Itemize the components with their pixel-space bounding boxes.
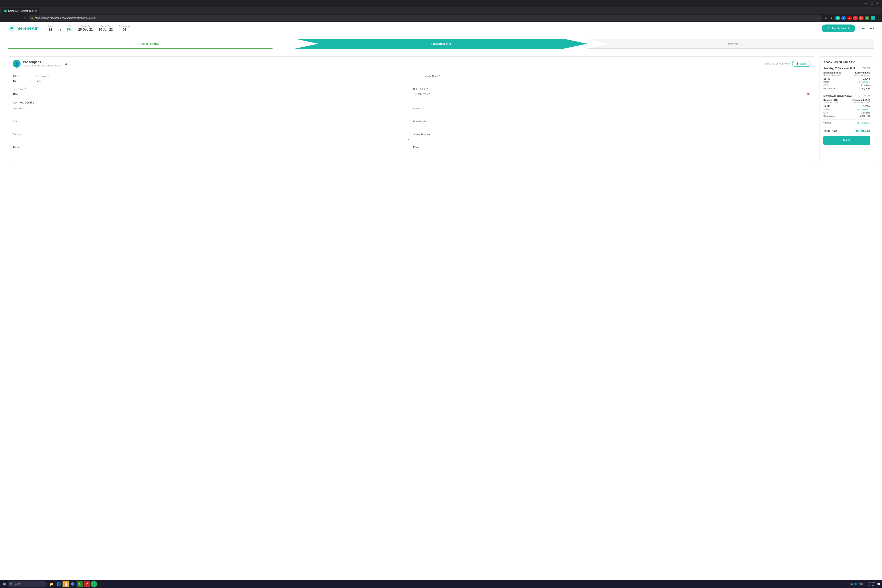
contact-section-title: Contact Details [13,101,810,104]
title-select[interactable]: Mr. Mrs. Ms. Dr. [13,78,32,84]
phone-label: Phone * [13,146,410,149]
city-label: City [13,120,410,123]
user-icon: 👤 [796,62,799,65]
flight1-fare-row: FARE Rs. 8,906 [824,81,870,83]
middle-name-input[interactable] [424,78,810,84]
passenger-info: Passenger 1 Please enter the passenger's… [23,60,61,67]
download-icon[interactable]: ⬇ [830,16,834,20]
search-icon: 🔍 [827,27,831,30]
flight2-baggage-row: BAGGAGE 20kg Free [824,115,870,117]
from-info: From ISB [47,25,53,32]
first-name-label: First Name * [36,75,422,78]
browser-titlebar: ─ □ ✕ [0,0,882,7]
pocket-icon[interactable]: 🛡 [824,16,828,20]
next-button[interactable]: Next [824,136,870,145]
divider1 [824,92,870,92]
email-input[interactable] [413,150,810,155]
back-button[interactable]: ← [2,15,8,21]
passenger-form-section: 👤 Passenger 1 Please enter the passenger… [8,57,815,163]
person-icon: 👤 [15,62,19,66]
step-passenger-info[interactable]: Passenger Info [295,39,587,49]
middle-name-label: Middle Name * [424,75,810,78]
modify-search-button[interactable]: 🔍 Modify Search [822,24,855,32]
flight1-to: Karachi (KHI) Jinnah Intl. Airport 14:45 [854,71,870,80]
passenger-avatar: 👤 [13,60,21,68]
tab-favicon: S [4,10,7,12]
state-label: State / Province [413,133,810,136]
divider2 [824,119,870,120]
state-group: State / Province [413,133,810,142]
site-header: SereneAir From ISB ⇄ To KHI Depart On 25… [0,22,882,35]
name-row: Title * Mr. Mrs. Ms. Dr. [13,75,810,84]
page-wrapper: SereneAir From ISB ⇄ To KHI Depart On 25… [0,22,882,580]
last-name-input[interactable] [13,92,410,97]
form-body: Title * Mr. Mrs. Ms. Dr. [8,71,815,163]
maximize-button[interactable]: □ [870,2,874,6]
tab-close-button[interactable]: ✕ [35,10,37,12]
window-controls: ─ □ ✕ [864,1,880,6]
extension-icon2[interactable]: ■ [847,16,852,20]
home-button[interactable]: ⌂ [22,15,27,21]
exchange-icon: ⇄ [58,28,61,32]
postal-input[interactable] [413,124,810,129]
calendar-icon[interactable]: 📅 [806,93,810,96]
tab-title: Serene Air - Select flight [8,10,33,12]
browser-tab[interactable]: S Serene Air - Select flight ✕ [2,8,39,14]
gmail-icon[interactable]: M [836,16,840,20]
collapse-button[interactable]: ▲ [64,62,68,66]
extension-icon1[interactable]: i [841,16,846,20]
address1-label: Address 1 * [13,107,410,110]
first-name-input[interactable] [36,78,422,84]
depart-info: Depart On 25 Dec 21 [78,25,93,32]
main-content: 👤 Passenger 1 Please enter the passenger… [0,52,882,175]
email-group: Email * [413,146,810,155]
bookmark-icon[interactable]: ☆ [817,16,820,20]
step-payment[interactable]: Payment [587,39,874,49]
phone-group: Phone * [13,146,410,155]
refresh-button[interactable]: ↺ [16,15,21,21]
total-row: Total Price Rs. 30,718 [824,129,870,133]
country-label: Country [13,133,410,136]
last-name-label: Last Name * [13,88,410,90]
save-login-area: Save time by logging in! 👤 Login [765,61,810,67]
currency-selector[interactable]: Rs. PKR ▾ [862,27,874,30]
address1-input[interactable] [13,111,410,116]
flight1-route: Islamabad (ISB) Benazir Intl. Airport 15… [824,71,870,80]
new-tab-button[interactable]: + [40,8,44,14]
flight2-fare-row: FARE Rs. 10,906 [824,108,870,111]
extension-icon3[interactable]: S [853,16,858,20]
city-input[interactable] [13,124,410,129]
login-button[interactable]: 👤 Login [792,61,810,67]
extension-icon6[interactable]: T [871,16,875,20]
url-display: https://serene-production-ezycommerce.ez… [35,16,816,20]
browser-tab-bar: S Serene Air - Select flight ✕ + [0,7,882,14]
flight1-qty-row: QTY. 2 x adults [824,84,870,86]
close-button[interactable]: ✕ [875,1,880,6]
minimize-button[interactable]: ─ [864,2,868,6]
toolbar-icons: 🛡 ⬇ M i ■ S M G T ⋮ [824,16,880,20]
dob-input[interactable] [413,92,810,97]
dob-wrapper: 📅 [413,92,810,97]
title-select-wrapper: Mr. Mrs. Ms. Dr. [13,78,32,84]
extension-icon4[interactable]: M [859,16,864,20]
booking-summary: BOOKING SUMMARY Saturday, 25 December 20… [819,57,874,163]
phone-input[interactable] [13,150,410,155]
title-group: Title * Mr. Mrs. Ms. Dr. [13,75,32,84]
country-select-wrapper [13,136,410,142]
country-select[interactable] [13,136,410,142]
extension-icon5[interactable]: G [865,16,870,20]
title-label: Title * [13,75,32,78]
country-group: Country [13,133,410,142]
menu-button[interactable]: ⋮ [876,16,880,20]
logo-icon [8,24,16,32]
step-select-flights[interactable]: ✓ Select Flights [8,39,295,49]
first-name-group: First Name * [36,75,422,84]
address2-label: Address 2 [413,107,810,110]
address2-input[interactable] [413,111,810,116]
address-bar[interactable]: 🔒 https://serene-production-ezycommerce.… [28,15,822,21]
browser-toolbar: ← → ↺ ⌂ 🔒 https://serene-production-ezyc… [0,14,882,22]
flight-info: From ISB ⇄ To KHI Depart On 25 Dec 21 Re… [47,25,130,32]
forward-button[interactable]: → [9,15,15,21]
state-input[interactable] [413,136,810,142]
address-row: Address 1 * Address 2 [13,107,810,116]
